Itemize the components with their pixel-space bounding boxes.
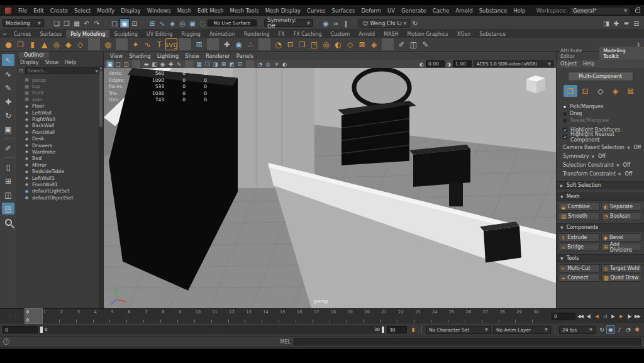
toolkit-dropdown[interactable]: Camera Based Selection ▼ Off (557, 143, 644, 152)
step-back-frame-button[interactable]: ◀| (584, 312, 592, 321)
soft-selection-section[interactable]: ▶ Soft Selection (557, 181, 644, 189)
range-start-handle[interactable] (40, 327, 43, 333)
shelf-tab[interactable]: FX Caching (289, 30, 326, 38)
timeline-frame[interactable]: 28 (499, 309, 516, 323)
axis-orientation-icon[interactable]: ✚ (221, 38, 233, 50)
poly-disc-icon[interactable]: ◇ (74, 38, 86, 50)
mirror-geometry-icon[interactable]: ◐ (332, 38, 344, 50)
menu-set-select[interactable]: Modeling▼ (3, 19, 44, 27)
menu-item[interactable]: Arnold (452, 8, 476, 14)
face-mode-icon[interactable]: ◈ (609, 85, 623, 97)
uv-mode-icon[interactable]: ⊠ (624, 85, 638, 97)
timeline-frame[interactable]: 2 (59, 309, 76, 323)
evaluation-mode-icon[interactable]: ◔ (624, 325, 633, 334)
poly-sphere-icon[interactable]: ● (3, 38, 14, 50)
desk-leg[interactable] (449, 182, 463, 206)
scale-tool-icon[interactable]: ▣ (2, 123, 14, 135)
menu-item[interactable]: Substance (476, 8, 510, 14)
viewport-menu-item[interactable]: View (108, 53, 125, 59)
timeline-frame[interactable]: 11 (211, 309, 228, 323)
divider[interactable] (179, 38, 191, 50)
timeline-frame[interactable]: 10 (194, 309, 211, 323)
project-curve-icon[interactable]: ⊠ (356, 38, 368, 50)
boolean-button[interactable]: ◔Boolean (601, 212, 643, 220)
outliner-item[interactable]: ◈ BackWall (24, 123, 103, 129)
shelf-tab[interactable]: Curves (9, 30, 36, 38)
timeline-frame[interactable]: 5 (109, 309, 126, 323)
menu-item[interactable]: Cache (430, 8, 452, 14)
sync-icon[interactable]: ↻ (410, 18, 420, 28)
workspace-select[interactable]: General*▼ (570, 7, 630, 15)
menu-item[interactable]: Display (118, 8, 143, 14)
combine-button[interactable]: ◒Combine (558, 203, 600, 211)
circularize-icon[interactable]: ◎ (320, 38, 332, 50)
fps-select[interactable]: 24 fps▼ (559, 326, 596, 334)
image-plane-icon[interactable]: ▬ (142, 60, 150, 68)
range-end-handle[interactable] (382, 327, 384, 333)
outliner-item[interactable]: ◈ FrontWall1 (24, 181, 103, 187)
range-slider[interactable]: 0 0 ⋮⋮ 30 30 ▮ No Character Set▼ No Anim… (0, 323, 644, 336)
bevel-button[interactable]: ◆Bevel (601, 233, 643, 242)
timeline-frame[interactable]: 17 (313, 309, 330, 323)
save-scene-icon[interactable]: ▦ (72, 18, 82, 28)
menu-item[interactable]: Generate (398, 8, 430, 14)
timeline-frame[interactable]: 13 (245, 309, 262, 323)
target-weld-button[interactable]: ◎Target Weld (601, 264, 643, 272)
viewport-menu-item[interactable]: Lighting (155, 53, 181, 59)
shelf-tab[interactable]: Motion Graphics (403, 30, 453, 38)
checkbox-option[interactable]: ✓ Highlight Nearest Component (557, 133, 644, 140)
outliner-item[interactable]: ◉ defaultObjectSet (24, 194, 103, 201)
timeline-frame[interactable]: 20 (364, 309, 380, 323)
lasso-select-tool-icon[interactable]: ∿ (2, 68, 14, 80)
outliner-item[interactable]: ◈ Desk (24, 136, 103, 142)
undo-icon[interactable]: ↶ (82, 18, 92, 28)
pause-evaluation-icon[interactable]: ‖ (341, 18, 351, 28)
divider[interactable] (88, 38, 100, 50)
outliner-item[interactable]: ◈ RightWall (24, 116, 103, 122)
play-forwards-button[interactable]: ▶ (609, 312, 617, 321)
multi-component-button[interactable]: Multi-Component (568, 72, 633, 81)
paint-select-tool-icon[interactable]: ✎ (2, 82, 14, 94)
timeline-frame[interactable]: 14 (262, 309, 279, 323)
shelf-tab[interactable]: Rendering (240, 30, 274, 38)
insert-edge-loop-icon[interactable]: ◫ (408, 38, 419, 50)
components-section-header[interactable]: ▼ Components (557, 223, 644, 232)
shelf-tab[interactable]: Sculpting (109, 30, 142, 38)
timeline-frame[interactable]: 0 0 (25, 309, 42, 323)
shelf-tab[interactable]: Substance (475, 30, 510, 38)
radio-option[interactable]: Pick/Marquee (557, 103, 644, 110)
cached-playback-icon[interactable]: ✱ (633, 325, 641, 334)
menu-item[interactable]: Select (71, 8, 94, 14)
bridge-button[interactable]: ≈Bridge (558, 243, 600, 251)
joint-icon[interactable]: ✚ (167, 60, 175, 68)
view-cube[interactable] (526, 75, 545, 93)
single-pane-layout-icon[interactable]: ▯ (2, 161, 14, 173)
timeline-frame[interactable]: 4 (93, 309, 110, 323)
poly-cube-icon[interactable]: ❒ (14, 38, 26, 50)
toggle-layer-editor-icon[interactable]: ⊟ (631, 18, 641, 28)
textured-icon[interactable]: ◨ (211, 60, 219, 68)
timeline-frame[interactable]: 30 (532, 309, 549, 323)
anti-aliasing-icon[interactable]: ◎ (264, 60, 272, 68)
desk[interactable] (413, 149, 470, 187)
menu-item[interactable]: Windows (144, 8, 174, 14)
range-track[interactable]: 0 ⋮⋮ 30 (40, 326, 385, 333)
radio-option[interactable]: Drag (557, 110, 644, 117)
lighting-icon[interactable]: ✳ (272, 60, 280, 68)
shelf-tab[interactable]: Animation (205, 30, 240, 38)
timeline-frame[interactable]: 7 (143, 309, 160, 323)
outliner-item[interactable]: ▦ top (24, 83, 103, 89)
auto-keyframe-icon[interactable]: ◉ (606, 325, 615, 334)
toggle-channel-box-icon[interactable]: ≡ (621, 18, 631, 28)
merge-vertices-icon[interactable]: ⊟ (284, 38, 296, 50)
outliner-item[interactable]: ◈ Drawers (24, 142, 103, 148)
timeline-grip[interactable]: ⋮⋮ (0, 309, 25, 323)
time-slider[interactable]: ⋮⋮ 0 0 1 2 3 4 5 6 7 (0, 308, 644, 323)
timeline-frame[interactable]: 21 (380, 309, 397, 323)
go-to-start-button[interactable]: ◀◀ (576, 312, 584, 321)
viewport-menu-item[interactable]: Renderer (203, 53, 233, 59)
set-key-icon[interactable]: ▮ (409, 325, 418, 334)
select-tool-icon[interactable]: ↖ (2, 54, 14, 66)
select-object-icon[interactable]: ▣ (119, 18, 130, 28)
two-pane-layout-icon[interactable]: ◫ (2, 189, 14, 201)
